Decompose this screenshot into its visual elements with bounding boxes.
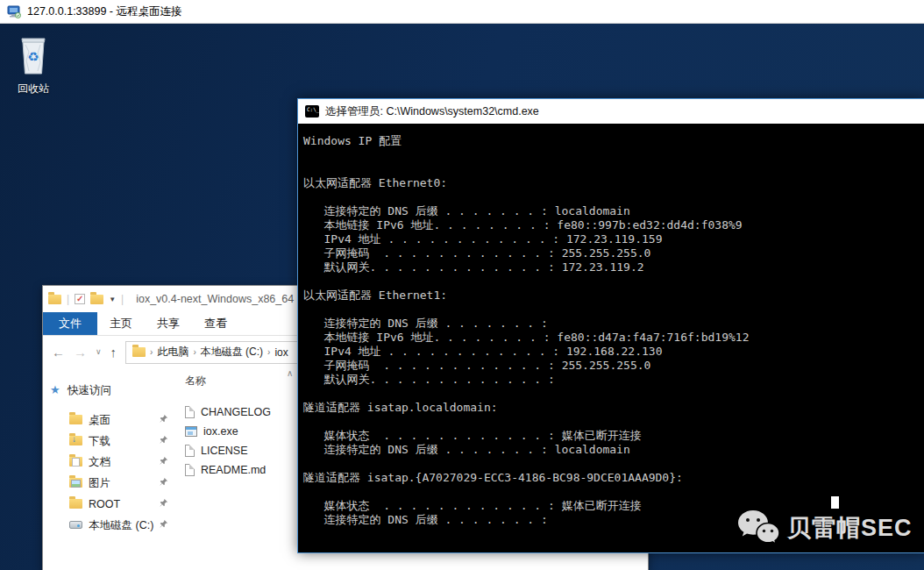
rdp-title: 127.0.0.1:33899 - 远程桌面连接 — [27, 4, 181, 19]
file-icon — [185, 464, 195, 476]
pin-icon — [159, 477, 168, 489]
cmd-output-line — [303, 162, 924, 176]
cmd-output-line: Windows IP 配置 — [303, 134, 924, 148]
pin-icon — [159, 435, 168, 447]
sidebar-item-icon — [69, 478, 82, 488]
explorer-app-icon — [48, 295, 61, 304]
separator: | — [121, 293, 124, 305]
cmd-output-line — [303, 387, 924, 401]
separator: | — [67, 293, 69, 305]
ribbon-tab[interactable]: 主页 — [97, 312, 145, 335]
cmd-output-line: 默认网关. . . . . . . . . . . . . : — [303, 373, 924, 387]
cmd-titlebar[interactable]: 选择管理员: C:\Windows\system32\cmd.exe — [298, 99, 924, 124]
sidebar-item[interactable]: 文档 — [43, 452, 176, 473]
cmd-output-line: 连接特定的 DNS 后缀 . . . . . . . : localdomain — [303, 443, 924, 457]
quick-access-label: 快速访问 — [68, 384, 111, 396]
address-folder-icon — [132, 347, 146, 357]
cmd-output-line: 默认网关. . . . . . . . . . . . . : 172.23.1… — [303, 260, 924, 274]
cmd-output-line: 媒体状态 . . . . . . . . . . . . : 媒体已断开连接 — [303, 429, 924, 443]
cmd-output-line: IPv4 地址 . . . . . . . . . . . . : 192.16… — [303, 345, 924, 359]
cmd-output-line — [303, 274, 924, 289]
sidebar-item-label: 下载 — [89, 434, 110, 449]
sidebar-item-icon — [69, 436, 82, 445]
cmd-output-line: 子网掩码 . . . . . . . . . . . . : 255.255.2… — [303, 359, 924, 373]
breadcrumb-item[interactable]: 本地磁盘 (C:) — [201, 345, 263, 360]
breadcrumb-chevron-icon: › — [150, 347, 153, 357]
cmd-output-line: 连接特定的 DNS 后缀 . . . . . . . : — [303, 317, 924, 331]
cmd-output-line: 隧道适配器 isatap.localdomain: — [303, 401, 924, 415]
up-button[interactable]: ↑ — [110, 346, 117, 359]
sidebar-item[interactable]: 桌面 — [43, 410, 176, 431]
explorer-window-title: iox_v0.4-next_Windows_x86_64 — [136, 293, 294, 305]
cmd-output[interactable]: Windows IP 配置以太网适配器 Ethernet0: 连接特定的 DNS… — [298, 124, 924, 552]
breadcrumb-chevron-icon: › — [193, 347, 195, 357]
file-name: CHANGELOG — [201, 406, 271, 418]
breadcrumb-chevron-icon: › — [267, 347, 270, 357]
cmd-output-line — [303, 415, 924, 429]
file-icon — [185, 445, 195, 457]
file-name: README.md — [201, 464, 266, 476]
sidebar-item[interactable]: ROOT — [43, 494, 176, 515]
pin-icon — [159, 456, 168, 468]
recent-locations-button[interactable]: ∨ — [96, 348, 102, 356]
sidebar-item-label: 桌面 — [89, 413, 110, 428]
sidebar-item[interactable]: 下载 — [43, 431, 176, 452]
cmd-output-line: 以太网适配器 Ethernet1: — [303, 289, 924, 303]
cmd-output-line: 以太网适配器 Ethernet0: — [303, 176, 924, 190]
file-icon — [185, 406, 195, 418]
explorer-nav-pane: ★ 快速访问 桌面 下载 — [43, 368, 176, 570]
file-name: iox.exe — [203, 425, 238, 438]
rdp-session-screen: 127.0.0.1:33899 - 远程桌面连接 ♻ 回收站 | ✓ ▼ | i… — [0, 0, 924, 570]
tab-file[interactable]: 文件 — [43, 312, 97, 335]
new-folder-toolbar-icon[interactable] — [90, 295, 103, 304]
recycle-bin-label: 回收站 — [9, 82, 58, 96]
forward-button[interactable]: → — [74, 346, 87, 359]
svg-text:♻: ♻ — [27, 49, 39, 64]
quick-access-star-icon: ★ — [50, 380, 60, 401]
back-button[interactable]: ← — [52, 346, 65, 359]
sidebar-item-icon — [69, 457, 82, 467]
text-cursor — [831, 496, 839, 509]
watermark: 贝雷帽SEC — [736, 509, 913, 547]
rdp-connection-bar: 127.0.0.1:33899 - 远程桌面连接 — [0, 0, 924, 24]
cmd-output-line: 子网掩码 . . . . . . . . . . . . : 255.255.2… — [303, 246, 924, 260]
sidebar-item[interactable]: 本地磁盘 (C:) — [43, 515, 176, 536]
cmd-output-line: 本地链接 IPv6 地址. . . . . . . . : fe80::d47a… — [303, 331, 924, 345]
sidebar-item-label: 文档 — [89, 455, 110, 470]
recycle-bin-icon: ♻ — [16, 34, 51, 76]
pin-icon — [159, 414, 168, 426]
rdp-computer-icon — [7, 5, 21, 18]
quick-access-toolbar-caret-icon[interactable]: ▼ — [109, 296, 116, 303]
scroll-up-arrow-icon[interactable]: ∧ — [287, 368, 293, 378]
breadcrumb-item[interactable]: 此电脑 — [157, 345, 188, 360]
file-icon — [185, 426, 197, 437]
sidebar-item-label: 本地磁盘 (C:) — [89, 518, 153, 533]
cmd-output-line: 本地链接 IPv6 地址. . . . . . . . : fe80::997b… — [303, 218, 924, 232]
cmd-output-line: IPv4 地址 . . . . . . . . . . . . : 172.23… — [303, 232, 924, 246]
ribbon-tab[interactable]: 共享 — [145, 312, 192, 335]
ribbon-tab[interactable]: 查看 — [192, 312, 239, 335]
recycle-bin[interactable]: ♻ 回收站 — [9, 34, 58, 96]
sidebar-item[interactable]: 图片 — [43, 473, 176, 494]
wechat-icon — [736, 509, 780, 547]
cmd-output-line: 连接特定的 DNS 后缀 . . . . . . . : localdomain — [303, 204, 924, 218]
cmd-output-line — [303, 303, 924, 317]
sidebar-item-icon — [69, 499, 82, 509]
pin-icon — [159, 498, 168, 510]
file-name: LICENSE — [201, 445, 248, 457]
breadcrumb-item[interactable]: iox — [274, 346, 288, 359]
sidebar-item-label: ROOT — [89, 498, 120, 510]
sidebar-item-icon — [69, 415, 82, 424]
cmd-output-line — [303, 457, 924, 471]
sidebar-item-icon — [69, 521, 82, 529]
sidebar-item-quick-access[interactable]: ★ 快速访问 — [43, 380, 176, 401]
cmd-output-line — [303, 148, 924, 162]
cmd-app-icon — [305, 105, 319, 118]
cmd-window-title: 选择管理员: C:\Windows\system32\cmd.exe — [325, 104, 539, 119]
cmd-output-line — [303, 190, 924, 204]
cmd-output-line: 隧道适配器 isatap.{A7027029-ECC3-4186-BC98-9D… — [303, 471, 924, 485]
cmd-window: 选择管理员: C:\Windows\system32\cmd.exe Windo… — [297, 98, 924, 553]
watermark-text: 贝雷帽SEC — [787, 512, 913, 544]
properties-toolbar-icon[interactable]: ✓ — [75, 294, 85, 304]
pin-icon — [159, 519, 168, 531]
